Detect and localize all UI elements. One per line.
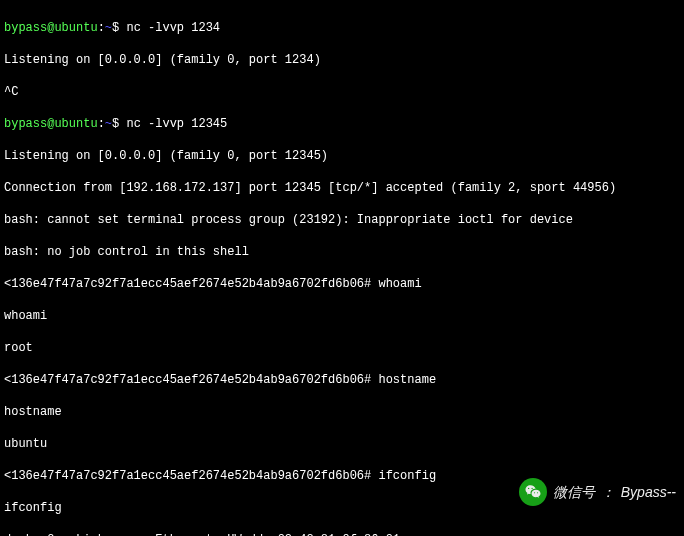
term-line: <136e47f47a7c92f7a1ecc45aef2674e52b4ab9a…: [4, 468, 680, 484]
cmd-text: nc -lvvp 1234: [126, 21, 220, 35]
term-line: bash: no job control in this shell: [4, 244, 680, 260]
shell-prompt: <136e47f47a7c92f7a1ecc45aef2674e52b4ab9a…: [4, 469, 371, 483]
prompt-sep: $: [112, 117, 126, 131]
term-line: <136e47f47a7c92f7a1ecc45aef2674e52b4ab9a…: [4, 372, 680, 388]
terminal[interactable]: bypass@ubuntu:~$ nc -lvvp 1234 Listening…: [0, 0, 684, 536]
shell-prompt: <136e47f47a7c92f7a1ecc45aef2674e52b4ab9a…: [4, 277, 371, 291]
term-line: docker0 Link encap:Ethernet HWaddr 02:42…: [4, 532, 680, 536]
prompt-cwd: ~: [105, 21, 112, 35]
prompt-colon: :: [98, 117, 105, 131]
prompt-cwd: ~: [105, 117, 112, 131]
cmd-text: ifconfig: [378, 469, 436, 483]
prompt-user: bypass@ubuntu: [4, 21, 98, 35]
term-line: hostname: [4, 404, 680, 420]
shell-prompt: <136e47f47a7c92f7a1ecc45aef2674e52b4ab9a…: [4, 373, 371, 387]
term-line: ubuntu: [4, 436, 680, 452]
term-line: bypass@ubuntu:~$ nc -lvvp 1234: [4, 20, 680, 36]
cmd-text: hostname: [378, 373, 436, 387]
prompt-user: bypass@ubuntu: [4, 117, 98, 131]
term-line: Listening on [0.0.0.0] (family 0, port 1…: [4, 148, 680, 164]
term-line: ifconfig: [4, 500, 680, 516]
term-line: root: [4, 340, 680, 356]
term-line: <136e47f47a7c92f7a1ecc45aef2674e52b4ab9a…: [4, 276, 680, 292]
prompt-colon: :: [98, 21, 105, 35]
cmd-text: whoami: [378, 277, 421, 291]
prompt-sep: $: [112, 21, 126, 35]
term-line: bash: cannot set terminal process group …: [4, 212, 680, 228]
term-line: whoami: [4, 308, 680, 324]
term-line: bypass@ubuntu:~$ nc -lvvp 12345: [4, 116, 680, 132]
term-line: ^C: [4, 84, 680, 100]
term-line: Listening on [0.0.0.0] (family 0, port 1…: [4, 52, 680, 68]
term-line: Connection from [192.168.172.137] port 1…: [4, 180, 680, 196]
cmd-text: nc -lvvp 12345: [126, 117, 227, 131]
